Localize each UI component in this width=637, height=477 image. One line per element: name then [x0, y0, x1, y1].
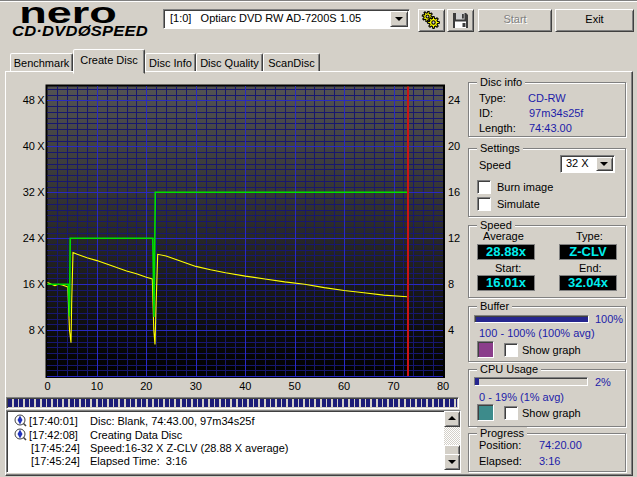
- svg-text:80: 80: [437, 380, 449, 392]
- svg-text:24: 24: [448, 94, 460, 106]
- svg-text:20: 20: [140, 380, 152, 392]
- svg-text:16 X: 16 X: [23, 278, 45, 290]
- svg-text:32 X: 32 X: [23, 186, 45, 198]
- svg-text:4: 4: [448, 324, 454, 336]
- svg-text:16: 16: [448, 186, 460, 198]
- svg-text:20: 20: [448, 140, 460, 152]
- svg-text:48 X: 48 X: [23, 94, 45, 106]
- svg-text:12: 12: [448, 232, 460, 244]
- svg-text:8: 8: [448, 278, 454, 290]
- svg-text:60: 60: [338, 380, 350, 392]
- svg-text:70: 70: [387, 380, 399, 392]
- svg-text:10: 10: [91, 380, 103, 392]
- svg-text:30: 30: [190, 380, 202, 392]
- svg-text:40: 40: [239, 380, 251, 392]
- svg-text:40 X: 40 X: [23, 140, 45, 152]
- svg-text:8 X: 8 X: [29, 324, 45, 336]
- svg-text:24 X: 24 X: [23, 232, 45, 244]
- svg-text:0: 0: [44, 380, 50, 392]
- svg-text:50: 50: [289, 380, 301, 392]
